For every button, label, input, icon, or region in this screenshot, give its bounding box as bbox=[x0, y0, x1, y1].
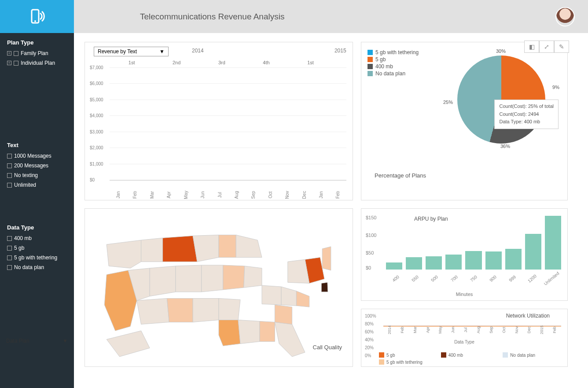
filter-individual-plan[interactable]: +Individual Plan bbox=[7, 58, 67, 68]
network-legend: 5 gb 400 mb No data plan 5 gb with tethe… bbox=[379, 352, 563, 365]
sidebar: Plan Type +Family Plan +Individual Plan … bbox=[0, 0, 74, 388]
quarter-label: 3rd bbox=[218, 60, 225, 65]
checkbox-icon[interactable] bbox=[7, 246, 12, 251]
quarter-label: 2nd bbox=[173, 60, 180, 65]
pie-slice-label: 30% bbox=[496, 48, 506, 54]
filter-no-data-plan[interactable]: No data plan bbox=[7, 262, 67, 272]
chevron-down-icon: ▼ bbox=[62, 338, 68, 344]
phone-signal-icon bbox=[28, 8, 46, 26]
filter-200-messages[interactable]: 200 Messages bbox=[7, 161, 67, 170]
filter-family-plan[interactable]: +Family Plan bbox=[7, 48, 67, 58]
expand-icon[interactable]: + bbox=[7, 51, 11, 55]
panel-toolbar: ◧ ⤢ ✎ bbox=[524, 41, 569, 53]
page-title: Telecommunications Revenue Analysis bbox=[140, 12, 284, 22]
filter-400mb[interactable]: 400 mb bbox=[7, 233, 67, 243]
checkbox-icon[interactable] bbox=[7, 163, 12, 168]
fullscreen-button[interactable]: ⤢ bbox=[539, 41, 554, 53]
arpu-x-label: Minutes bbox=[361, 292, 567, 297]
logo bbox=[0, 0, 74, 33]
checkbox-icon[interactable] bbox=[14, 61, 18, 66]
network-panel: Network Utilization 100% 80% 60% 40% 20%… bbox=[361, 309, 568, 367]
year-label: 2015 bbox=[334, 48, 346, 54]
us-map[interactable] bbox=[89, 213, 348, 362]
network-chart bbox=[383, 321, 561, 322]
filter-1000-messages[interactable]: 1000 Messages bbox=[7, 151, 67, 161]
map-panel: Call Quality bbox=[85, 208, 353, 367]
pie-slice-label: 36% bbox=[500, 144, 510, 149]
header: Telecommunications Revenue Analysis bbox=[74, 0, 588, 33]
map-title: Call Quality bbox=[313, 344, 342, 351]
pie-panel: ◧ ⤢ ✎ 5 gb with tethering 5 gb 400 mb No… bbox=[361, 42, 568, 200]
overview-button[interactable]: ◧ bbox=[524, 41, 539, 53]
pie-legend: 5 gb with tethering 5 gb 400 mb No data … bbox=[368, 48, 419, 78]
plan-type-filter: Plan Type +Family Plan +Individual Plan bbox=[0, 33, 74, 74]
revenue-bar-chart: $0$1,000$2,000$3,000$4,000$5,000$6,000$7… bbox=[110, 68, 346, 181]
data-plan-dropdown[interactable]: Data Plan▼ bbox=[6, 338, 68, 344]
text-filter-title: Text bbox=[7, 142, 67, 148]
network-x-label: Data Type bbox=[361, 340, 567, 344]
expand-icon[interactable]: + bbox=[7, 61, 11, 65]
arpu-chart bbox=[386, 216, 561, 270]
data-type-title: Data Type bbox=[7, 224, 67, 231]
filter-5gb-tethering[interactable]: 5 gb with tethering bbox=[7, 253, 67, 262]
checkbox-icon[interactable] bbox=[7, 183, 12, 188]
data-type-filter: Data Type 400 mb 5 gb 5 gb with tetherin… bbox=[0, 218, 74, 278]
pie-slice-label: 9% bbox=[552, 85, 559, 90]
plan-type-title: Plan Type bbox=[7, 39, 67, 46]
year-label: 2014 bbox=[192, 48, 204, 54]
arpu-x-axis: 4005505007007509009991200Unlimited bbox=[386, 276, 561, 281]
avatar[interactable] bbox=[555, 7, 575, 26]
quarter-label: 1st bbox=[307, 60, 334, 65]
pie-slice-label: 25% bbox=[443, 100, 453, 105]
network-x-axis: 2014FebMarAprMayJunJulAugSepOctNovDec201… bbox=[383, 328, 561, 332]
arpu-panel: ARPU by Plan $150 $100 $50 $0 4005505007… bbox=[361, 208, 568, 301]
edit-button[interactable]: ✎ bbox=[554, 41, 569, 53]
filter-no-texting[interactable]: No texting bbox=[7, 170, 67, 180]
quarter-label: 1st bbox=[129, 60, 135, 65]
revenue-bar-panel: Revenue by Text▼ 2014 2015 1st 2nd 3rd 4… bbox=[85, 42, 353, 200]
text-filter: Text 1000 Messages 200 Messages No texti… bbox=[0, 136, 74, 196]
checkbox-icon[interactable] bbox=[7, 236, 12, 241]
checkbox-icon[interactable] bbox=[14, 51, 18, 56]
pie-tooltip: Count(Cost): 25% of total Count(Cost): 2… bbox=[494, 100, 559, 129]
quarter-label: 4th bbox=[263, 60, 269, 65]
revenue-x-axis: JanFebMarAprMayJunJulAugSepOctNovDecJanF… bbox=[110, 192, 346, 197]
checkbox-icon[interactable] bbox=[7, 173, 12, 178]
checkbox-icon[interactable] bbox=[7, 255, 12, 260]
filter-5gb[interactable]: 5 gb bbox=[7, 243, 67, 253]
network-title: Network Utilization bbox=[506, 313, 550, 319]
checkbox-icon[interactable] bbox=[7, 154, 12, 159]
filter-unlimited[interactable]: Unlimited bbox=[7, 180, 67, 190]
pie-title: Percentage of Plans bbox=[375, 172, 426, 179]
svg-point-1 bbox=[34, 20, 36, 22]
checkbox-icon[interactable] bbox=[7, 265, 12, 270]
